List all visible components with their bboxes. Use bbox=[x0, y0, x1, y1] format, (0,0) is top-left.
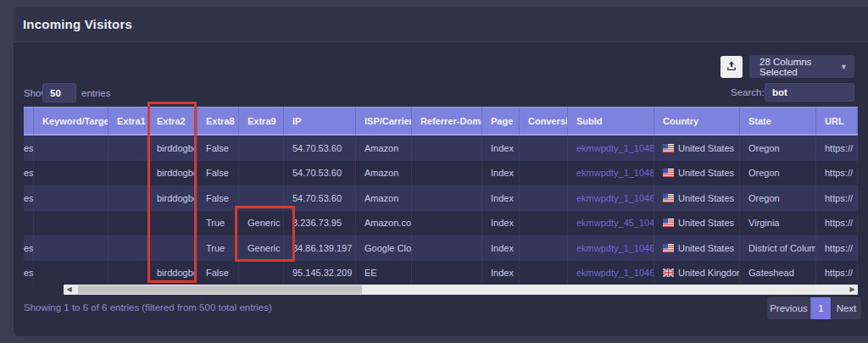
col-header-extra2[interactable]: Extra2 bbox=[148, 107, 198, 136]
chevron-down-icon: ▼ bbox=[840, 63, 848, 71]
cell-extra2: birddogbot bbox=[148, 185, 198, 211]
cell-extra9 bbox=[239, 161, 284, 186]
col-header-referrer-domain[interactable]: Referrer-Domain bbox=[412, 107, 482, 136]
col-header-clipped[interactable] bbox=[24, 107, 34, 136]
col-header-isp-carrier[interactable]: ISP/Carrier bbox=[356, 107, 412, 136]
cell-clipped: es bbox=[24, 235, 34, 261]
cell-country: United Kingdom bbox=[654, 261, 740, 286]
us-flag-icon bbox=[663, 244, 674, 252]
col-header-keyword-target[interactable]: Keyword/Target bbox=[34, 107, 108, 136]
cell-page: Index bbox=[482, 261, 520, 286]
cell-extra2: birddogbot bbox=[148, 136, 198, 161]
cell-state: Oregon bbox=[740, 185, 816, 211]
upload-icon bbox=[726, 61, 737, 74]
cell-url: https:// bbox=[816, 211, 858, 236]
cell-url: https:// bbox=[816, 261, 858, 286]
col-header-state[interactable]: State bbox=[740, 107, 816, 136]
country-label: United Kingdom bbox=[678, 268, 740, 278]
subid-link[interactable]: ekmwpdty_1_104695 bbox=[576, 193, 654, 203]
previous-page-button[interactable]: Previous bbox=[767, 297, 810, 319]
export-button[interactable] bbox=[721, 56, 743, 78]
entries-label: entries bbox=[81, 88, 111, 98]
cell-clipped bbox=[24, 211, 34, 236]
col-header-extra9[interactable]: Extra9 bbox=[239, 107, 284, 136]
incoming-visitors-panel: Incoming Visitors 28 Columns Selected ▼ … bbox=[14, 7, 868, 336]
search-input[interactable] bbox=[765, 83, 854, 102]
cell-state: Gateshead bbox=[740, 261, 816, 286]
cell-isp-carrier: EE bbox=[356, 261, 412, 286]
columns-selected-dropdown[interactable]: 28 Columns Selected ▼ bbox=[749, 55, 854, 78]
table-header-row: Keyword/Target Extra1 Extra2 Extra8 Extr… bbox=[24, 107, 858, 136]
cell-state: Oregon bbox=[740, 136, 816, 161]
cell-clipped: es bbox=[24, 185, 34, 211]
col-header-conversion[interactable]: Conversion bbox=[520, 107, 568, 136]
cell-state: Virginia bbox=[740, 211, 816, 236]
cell-ip: 54.70.53.60 bbox=[284, 185, 356, 211]
cell-keyword-target bbox=[34, 161, 108, 186]
cell-subid: ekmwpdty_1_104865 bbox=[568, 136, 654, 161]
table-row: es birddogbot False 95.145.32.209 EE Ind… bbox=[24, 261, 858, 286]
cell-extra9: Generic Bot bbox=[239, 211, 284, 236]
country-label: United States bbox=[678, 243, 734, 253]
cell-ip: 95.145.32.209 bbox=[284, 261, 356, 286]
cell-subid: ekmwpdty_1_104866 bbox=[568, 161, 654, 186]
col-header-page[interactable]: Page bbox=[482, 107, 520, 136]
subid-link[interactable]: ekmwpdty_45_104670 bbox=[576, 218, 654, 228]
cell-clipped: es bbox=[24, 261, 34, 286]
cell-url: https:// bbox=[816, 185, 858, 211]
next-page-button[interactable]: Next bbox=[831, 297, 861, 319]
us-flag-icon bbox=[663, 144, 674, 152]
cell-referrer-domain bbox=[412, 185, 482, 211]
scrollbar-thumb[interactable] bbox=[78, 285, 362, 294]
cell-extra9 bbox=[239, 185, 284, 211]
cell-country: United States bbox=[654, 211, 740, 236]
subid-link[interactable]: ekmwpdty_1_104638 bbox=[576, 268, 654, 278]
cell-page: Index bbox=[482, 185, 520, 211]
uk-flag-icon bbox=[663, 268, 674, 277]
cell-extra9 bbox=[239, 261, 284, 286]
table-row: es birddogbot False 54.70.53.60 Amazon I… bbox=[24, 161, 858, 186]
page-1-button[interactable]: 1 bbox=[810, 297, 831, 319]
cell-extra9: Generic Bot bbox=[239, 235, 284, 261]
panel-header: Incoming Visitors bbox=[14, 7, 868, 42]
table-row: es birddogbot False 54.70.53.60 Amazon I… bbox=[24, 185, 858, 211]
subid-link[interactable]: ekmwpdty_1_104866 bbox=[576, 168, 654, 178]
col-header-extra1[interactable]: Extra1 bbox=[108, 107, 148, 136]
cell-extra9 bbox=[239, 136, 284, 161]
entries-summary: Showing 1 to 6 of 6 entries (filtered fr… bbox=[24, 302, 272, 313]
cell-keyword-target bbox=[34, 261, 108, 286]
cell-conversion bbox=[520, 185, 568, 211]
subid-link[interactable]: ekmwpdty_1_104865 bbox=[576, 143, 654, 153]
cell-extra8: False bbox=[198, 185, 239, 211]
table-row: True Generic Bot 3.236.73.95 Amazon.com … bbox=[24, 211, 858, 236]
cell-extra8: False bbox=[198, 136, 239, 161]
cell-keyword-target bbox=[34, 211, 108, 236]
scroll-right-arrow-icon[interactable]: ▶ bbox=[847, 285, 858, 295]
cell-page: Index bbox=[482, 235, 520, 261]
cell-extra1 bbox=[108, 261, 148, 286]
cell-extra8: True bbox=[198, 235, 239, 261]
cell-ip: 54.70.53.60 bbox=[284, 136, 356, 161]
scroll-left-arrow-icon[interactable]: ◀ bbox=[64, 285, 75, 295]
cell-referrer-domain bbox=[412, 235, 482, 261]
cell-country: United States bbox=[654, 185, 740, 211]
horizontal-scrollbar[interactable]: ◀ ▶ bbox=[64, 285, 858, 295]
col-header-subid[interactable]: SubId bbox=[568, 107, 654, 136]
us-flag-icon bbox=[663, 219, 674, 227]
col-header-extra8[interactable]: Extra8 bbox=[198, 107, 239, 136]
cell-extra1 bbox=[108, 185, 148, 211]
cell-url: https:// bbox=[816, 161, 858, 186]
col-header-country[interactable]: Country bbox=[654, 107, 740, 136]
cell-page: Index bbox=[482, 136, 520, 161]
entries-count-input[interactable] bbox=[42, 83, 76, 102]
cell-extra8: True bbox=[198, 211, 239, 236]
country-label: United States bbox=[678, 218, 734, 228]
search-label: Search: bbox=[731, 87, 765, 97]
pagination: Previous 1 Next bbox=[767, 297, 861, 319]
subid-link[interactable]: ekmwpdty_1_104657 bbox=[576, 243, 654, 253]
cell-clipped: es bbox=[24, 136, 34, 161]
cell-country: United States bbox=[654, 136, 740, 161]
col-header-ip[interactable]: IP bbox=[284, 107, 356, 136]
col-header-url[interactable]: URL bbox=[816, 107, 858, 136]
page-title: Incoming Visitors bbox=[23, 17, 132, 31]
